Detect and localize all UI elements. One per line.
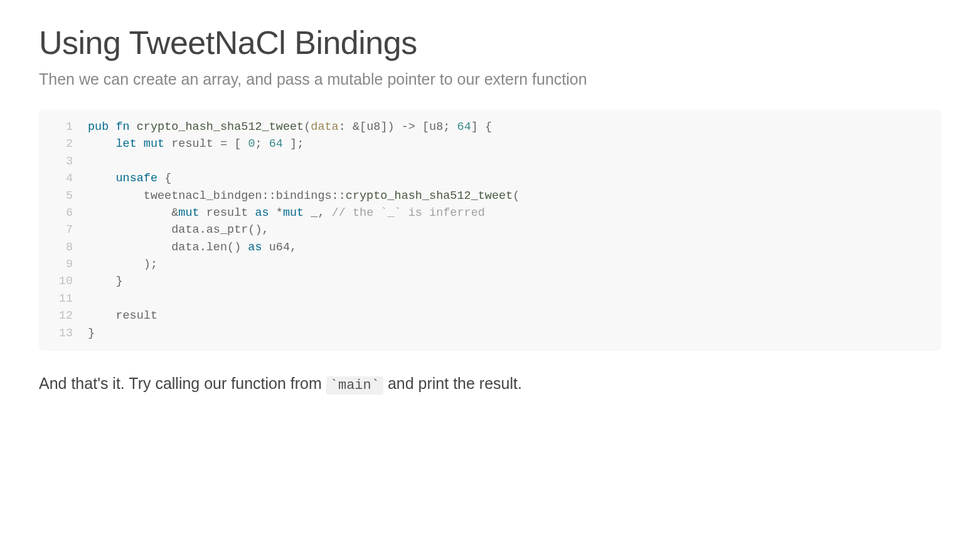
line-number: 6 <box>51 204 73 221</box>
code-content: let mut result = [ 0; 64 ]; <box>88 135 304 152</box>
footer-post: and print the result. <box>383 374 522 392</box>
code-line: 2 let mut result = [ 0; 64 ]; <box>51 135 929 152</box>
code-line: 10 } <box>51 273 929 290</box>
code-line: 8 data.len() as u64, <box>51 239 929 256</box>
line-number: 13 <box>51 325 73 342</box>
footer-pre: And that's it. Try calling our function … <box>39 374 326 392</box>
page-subtitle: Then we can create an array, and pass a … <box>39 70 941 88</box>
code-block: 1pub fn crypto_hash_sha512_tweet(data: &… <box>39 110 941 351</box>
line-number: 4 <box>51 170 73 187</box>
code-line: 6 &mut result as *mut _, // the `_` is i… <box>51 204 929 221</box>
code-content: &mut result as *mut _, // the `_` is inf… <box>88 204 485 221</box>
line-number: 8 <box>51 239 73 256</box>
code-line: 5 tweetnacl_bindgen::bindings::crypto_ha… <box>51 188 929 204</box>
line-number: 11 <box>51 290 73 307</box>
code-content: } <box>88 273 123 290</box>
line-number: 2 <box>51 135 73 152</box>
code-line: 1pub fn crypto_hash_sha512_tweet(data: &… <box>51 119 929 135</box>
code-line: 7 data.as_ptr(), <box>51 221 929 238</box>
code-content: pub fn crypto_hash_sha512_tweet(data: &[… <box>88 119 492 135</box>
code-content: data.len() as u64, <box>88 239 297 256</box>
code-line: 4 unsafe { <box>51 170 929 187</box>
code-content: data.as_ptr(), <box>88 221 269 238</box>
code-line: 13} <box>51 325 929 342</box>
code-content: } <box>88 325 95 342</box>
line-number: 7 <box>51 221 73 238</box>
code-line: 12 result <box>51 307 929 324</box>
code-content: result <box>88 307 157 324</box>
code-content: unsafe { <box>88 170 171 187</box>
code-line: 9 ); <box>51 256 929 273</box>
line-number: 3 <box>51 153 73 170</box>
line-number: 5 <box>51 188 73 204</box>
line-number: 12 <box>51 307 73 324</box>
code-content: tweetnacl_bindgen::bindings::crypto_hash… <box>88 188 519 204</box>
line-number: 10 <box>51 273 73 290</box>
code-line: 11 <box>51 290 929 307</box>
code-line: 3 <box>51 153 929 170</box>
inline-code-main: `main` <box>326 376 383 395</box>
code-content: ); <box>88 256 157 273</box>
page-title: Using TweetNaCl Bindings <box>39 24 941 61</box>
line-number: 9 <box>51 256 73 273</box>
footer-text: And that's it. Try calling our function … <box>39 374 941 393</box>
line-number: 1 <box>51 119 73 135</box>
